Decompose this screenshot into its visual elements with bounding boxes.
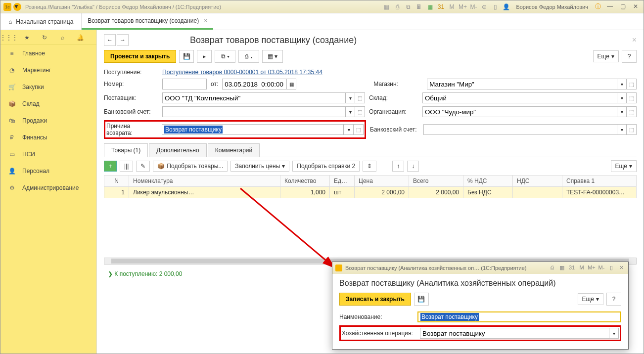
favorite-icon[interactable]: ★ bbox=[22, 33, 31, 42]
bell-icon[interactable]: 🔔 bbox=[76, 33, 85, 42]
dropdown-icon[interactable]: ▾ bbox=[345, 106, 355, 117]
maximize-button[interactable]: ▢ bbox=[618, 3, 628, 11]
copy-dropdown[interactable]: ⧉ ▾ bbox=[215, 50, 235, 63]
dropdown-icon[interactable]: ▾ bbox=[345, 92, 355, 103]
open-icon[interactable]: ⬚ bbox=[355, 106, 365, 117]
post-button[interactable]: ▸ bbox=[197, 50, 212, 63]
expand-button[interactable]: ⇕ bbox=[363, 161, 376, 172]
close-tab-icon[interactable]: × bbox=[204, 17, 207, 24]
supplier-input[interactable] bbox=[162, 92, 345, 103]
reason-input[interactable]: Возврат поставщику bbox=[162, 124, 344, 135]
bank-input[interactable] bbox=[162, 106, 345, 117]
modal-mplus-icon[interactable]: M+ bbox=[588, 265, 596, 271]
info-icon[interactable]: ⓘ bbox=[594, 3, 602, 11]
open-icon[interactable]: ⬚ bbox=[354, 124, 364, 135]
dropdown-icon[interactable]: ▾ bbox=[344, 124, 354, 135]
sidebar-item-marketing[interactable]: ◔Маркетинг bbox=[0, 62, 96, 79]
modal-panel-icon[interactable]: ▯ bbox=[607, 265, 615, 271]
sidebar-item-admin[interactable]: ⚙Администрирование bbox=[0, 179, 96, 196]
search-icon[interactable]: ⌕ bbox=[58, 33, 67, 42]
modal-save-button[interactable]: 💾 bbox=[414, 293, 429, 306]
modal-m-icon[interactable]: M bbox=[578, 265, 586, 271]
open-icon[interactable]: ⬚ bbox=[627, 124, 637, 135]
modal-op-input[interactable] bbox=[420, 328, 609, 339]
warehouse-input[interactable] bbox=[422, 92, 617, 103]
date-input[interactable] bbox=[222, 79, 286, 89]
modal-print-icon[interactable]: ⎙ bbox=[548, 265, 556, 271]
document-tab[interactable]: Возврат товаров поставщику (создание) × bbox=[82, 13, 213, 30]
receipt-link[interactable]: Поступление товаров 0000-000001 от 03.05… bbox=[162, 69, 322, 76]
open-icon[interactable]: ⬚ bbox=[627, 79, 637, 89]
m-minus-icon[interactable]: M- bbox=[469, 3, 477, 11]
col-n[interactable]: N bbox=[104, 176, 129, 187]
tab-goods[interactable]: Товары (1) bbox=[104, 143, 148, 157]
col-vat-pct[interactable]: % НДС bbox=[463, 176, 513, 187]
help-button[interactable]: ? bbox=[622, 50, 637, 63]
add-row-button[interactable]: + bbox=[104, 161, 117, 172]
calendar-picker-icon[interactable]: ▦ bbox=[286, 79, 296, 89]
col-qty[interactable]: Количество bbox=[280, 176, 330, 187]
dropdown-icon[interactable]: ▾ bbox=[617, 79, 627, 89]
calendar-icon[interactable]: ▦ bbox=[426, 3, 434, 11]
sidebar-item-main[interactable]: ≡Главное bbox=[0, 45, 96, 62]
zoom-icon[interactable]: ⊝ bbox=[480, 3, 488, 11]
move-up-button[interactable]: ↑ bbox=[392, 161, 404, 172]
collapse-icon[interactable]: ▼ bbox=[13, 3, 21, 11]
calculator-icon[interactable]: 🖩 bbox=[415, 3, 423, 11]
modal-more-button[interactable]: Еще ▾ bbox=[578, 293, 603, 305]
org-input[interactable] bbox=[422, 106, 617, 117]
nav-back-button[interactable]: ← bbox=[104, 34, 116, 46]
modal-date-icon[interactable]: 31 bbox=[568, 265, 576, 271]
dropdown-icon[interactable]: ▾ bbox=[609, 328, 619, 339]
minimize-button[interactable]: — bbox=[605, 3, 615, 11]
col-price[interactable]: Цена bbox=[355, 176, 409, 187]
bank2-input[interactable] bbox=[423, 124, 617, 135]
modal-mminus-icon[interactable]: M- bbox=[598, 265, 605, 271]
fill-prices-button[interactable]: Заполнить цены ▾ bbox=[230, 161, 289, 172]
print-preview-icon[interactable]: ▦ bbox=[382, 3, 390, 11]
table-more-button[interactable]: Еще ▾ bbox=[611, 160, 637, 172]
pick-refs-button[interactable]: Подобрать справки 2 bbox=[292, 161, 360, 172]
sidebar-item-finance[interactable]: ₽Финансы bbox=[0, 129, 96, 146]
col-name[interactable]: Номенклатура bbox=[129, 176, 280, 187]
close-page-icon[interactable]: × bbox=[632, 36, 637, 44]
modal-save-close-button[interactable]: Записать и закрыть bbox=[339, 293, 411, 306]
apps-icon[interactable]: ⋮⋮⋮ bbox=[4, 33, 13, 42]
modal-name-input[interactable]: Возврат поставщику bbox=[417, 311, 621, 322]
tab-extra[interactable]: Дополнительно bbox=[149, 143, 206, 157]
sidebar-item-sales[interactable]: 🛍Продажи bbox=[0, 112, 96, 129]
history-icon[interactable]: ↻ bbox=[40, 33, 49, 42]
open-icon[interactable]: ⬚ bbox=[627, 92, 637, 103]
print-icon[interactable]: ⎙ bbox=[393, 3, 401, 11]
report-dropdown[interactable]: ▦ ▾ bbox=[262, 50, 283, 63]
modal-close-icon[interactable]: ✕ bbox=[617, 265, 625, 271]
open-icon[interactable]: ⬚ bbox=[627, 106, 637, 117]
panel-icon[interactable]: ▯ bbox=[491, 3, 499, 11]
open-icon[interactable]: ⬚ bbox=[355, 92, 365, 103]
col-total[interactable]: Всего bbox=[409, 176, 463, 187]
save-button[interactable]: 💾 bbox=[179, 50, 194, 63]
move-down-button[interactable]: ↓ bbox=[407, 161, 419, 172]
store-input[interactable] bbox=[427, 79, 617, 89]
barcode-button[interactable]: ||| bbox=[120, 161, 133, 172]
modal-help-button[interactable]: ? bbox=[606, 293, 621, 306]
col-ref[interactable]: Справка 1 bbox=[562, 176, 637, 187]
receipt-balance-link[interactable]: ❯ К поступлению: 2 000,00 bbox=[108, 270, 182, 277]
submit-and-close-button[interactable]: Провести и закрыть bbox=[104, 50, 176, 63]
sidebar-item-warehouse[interactable]: 📦Склад bbox=[0, 95, 96, 112]
close-button[interactable]: ✕ bbox=[631, 3, 641, 11]
edit-button[interactable]: ✎ bbox=[136, 161, 150, 172]
sidebar-item-nsi[interactable]: ▭НСИ bbox=[0, 146, 96, 163]
number-input[interactable] bbox=[162, 79, 207, 89]
home-tab[interactable]: ⌂ Начальная страница bbox=[0, 13, 82, 30]
dropdown-icon[interactable]: ▾ bbox=[617, 124, 627, 135]
modal-cal-icon[interactable]: ▦ bbox=[558, 265, 566, 271]
tab-comment[interactable]: Комментарий bbox=[208, 143, 260, 157]
sidebar-item-purchases[interactable]: 🛒Закупки bbox=[0, 79, 96, 95]
nav-forward-button[interactable]: → bbox=[117, 34, 129, 46]
dropdown-icon[interactable]: ▾ bbox=[617, 92, 627, 103]
table-row[interactable]: 1 Ликер эмульсионны… 1,000 шт 2 000,00 2… bbox=[104, 187, 637, 198]
copy-icon[interactable]: ⧉ bbox=[404, 3, 412, 11]
pick-goods-button[interactable]: 📦 Подобрать товары... bbox=[153, 161, 228, 172]
sidebar-item-personnel[interactable]: 👤Персонал bbox=[0, 163, 96, 179]
